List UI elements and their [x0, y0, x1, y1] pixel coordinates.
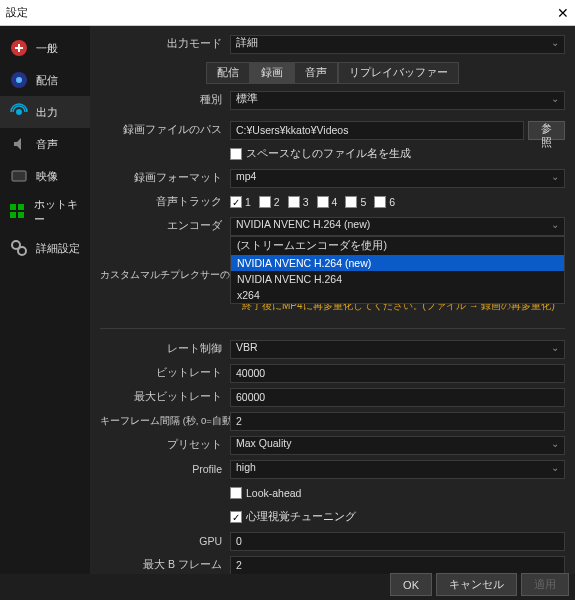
track-4-checkbox[interactable] — [317, 196, 329, 208]
recpath-input[interactable] — [230, 121, 524, 140]
recpath-label: 録画ファイルのパス — [100, 123, 230, 137]
svg-rect-6 — [18, 204, 24, 210]
bitrate-label: ビットレート — [100, 366, 230, 380]
sidebar-item-video[interactable]: 映像 — [0, 160, 90, 192]
sidebar: 一般 配信 出力 音声 映像 ホットキー 詳細設定 — [0, 26, 90, 574]
svg-point-2 — [16, 77, 22, 83]
keyframe-input[interactable] — [230, 412, 565, 431]
track-6-checkbox[interactable] — [374, 196, 386, 208]
stream-icon — [8, 69, 30, 91]
output-mode-label: 出力モード — [100, 37, 230, 51]
tab-stream[interactable]: 配信 — [206, 62, 250, 84]
svg-rect-5 — [10, 204, 16, 210]
ratecontrol-select[interactable]: VBR — [230, 340, 565, 359]
lookahead-checkbox[interactable] — [230, 487, 242, 499]
type-label: 種別 — [100, 93, 230, 107]
encoder-option[interactable]: NVIDIA NVENC H.264 — [231, 271, 564, 287]
tab-audio[interactable]: 音声 — [294, 62, 338, 84]
nospace-checkbox[interactable] — [230, 148, 242, 160]
sidebar-item-general[interactable]: 一般 — [0, 32, 90, 64]
gear-icon — [8, 237, 30, 259]
sidebar-item-label: 詳細設定 — [36, 241, 80, 256]
close-icon[interactable]: ✕ — [557, 5, 569, 21]
browse-button[interactable]: 参照 — [528, 121, 565, 140]
bframes-input[interactable] — [230, 556, 565, 575]
track-1-checkbox[interactable] — [230, 196, 242, 208]
video-icon — [8, 165, 30, 187]
maxbitrate-label: 最大ビットレート — [100, 390, 230, 404]
svg-rect-7 — [10, 212, 16, 218]
sidebar-item-hotkey[interactable]: ホットキー — [0, 192, 90, 232]
window-title: 設定 — [6, 5, 28, 20]
titlebar: 設定 ✕ — [0, 0, 575, 26]
sidebar-item-label: 配信 — [36, 73, 58, 88]
lookahead-label: Look-ahead — [246, 487, 301, 499]
profile-label: Profile — [100, 463, 230, 475]
cancel-button[interactable]: キャンセル — [436, 573, 517, 596]
preset-select[interactable]: Max Quality — [230, 436, 565, 455]
svg-rect-8 — [18, 212, 24, 218]
ratecontrol-label: レート制御 — [100, 342, 230, 356]
type-select[interactable]: 標準 — [230, 91, 565, 110]
psytuning-label: 心理視覚チューニング — [246, 510, 356, 524]
sidebar-item-label: 音声 — [36, 137, 58, 152]
encoder-option[interactable]: (ストリームエンコーダを使用) — [231, 237, 564, 255]
encoder-label: エンコーダ — [100, 219, 230, 233]
muxer-label: カスタムマルチプレクサーの設定 — [100, 269, 230, 282]
sidebar-item-advanced[interactable]: 詳細設定 — [0, 232, 90, 264]
content-panel: 出力モード 詳細 配信 録画 音声 リプレイバッファー 種別 標準 録画ファイル… — [90, 26, 575, 574]
output-icon — [8, 101, 30, 123]
dialog-buttons: OK キャンセル 適用 — [390, 573, 569, 596]
divider — [100, 328, 565, 329]
track-2-checkbox[interactable] — [259, 196, 271, 208]
ok-button[interactable]: OK — [390, 573, 432, 596]
sidebar-item-label: 映像 — [36, 169, 58, 184]
encoder-dropdown-list: (ストリームエンコーダを使用) NVIDIA NVENC H.264 (new)… — [230, 236, 565, 304]
sidebar-item-output[interactable]: 出力 — [0, 96, 90, 128]
audiotrack-label: 音声トラック — [100, 195, 230, 209]
tab-recording[interactable]: 録画 — [250, 62, 294, 84]
output-mode-select[interactable]: 詳細 — [230, 35, 565, 54]
profile-select[interactable]: high — [230, 460, 565, 479]
recformat-label: 録画フォーマット — [100, 171, 230, 185]
bframes-label: 最大 B フレーム — [100, 558, 230, 572]
psytuning-checkbox[interactable] — [230, 511, 242, 523]
hotkey-icon — [8, 201, 28, 223]
gpu-label: GPU — [100, 535, 230, 547]
sidebar-item-stream[interactable]: 配信 — [0, 64, 90, 96]
gpu-input[interactable] — [230, 532, 565, 551]
track-3-checkbox[interactable] — [288, 196, 300, 208]
bitrate-input[interactable] — [230, 364, 565, 383]
audio-icon — [8, 133, 30, 155]
tabs: 配信 録画 音声 リプレイバッファー — [100, 62, 565, 84]
svg-rect-4 — [12, 171, 26, 181]
track-5-checkbox[interactable] — [345, 196, 357, 208]
maxbitrate-input[interactable] — [230, 388, 565, 407]
encoder-option[interactable]: x264 — [231, 287, 564, 303]
preset-label: プリセット — [100, 438, 230, 452]
sidebar-item-label: ホットキー — [34, 197, 82, 227]
svg-point-10 — [18, 247, 26, 255]
sidebar-item-label: 出力 — [36, 105, 58, 120]
encoder-option[interactable]: NVIDIA NVENC H.264 (new) — [231, 255, 564, 271]
keyframe-label: キーフレーム間隔 (秒, 0=自動) — [100, 415, 230, 428]
general-icon — [8, 37, 30, 59]
sidebar-item-audio[interactable]: 音声 — [0, 128, 90, 160]
sidebar-item-label: 一般 — [36, 41, 58, 56]
tab-replay[interactable]: リプレイバッファー — [338, 62, 459, 84]
nospace-label: スペースなしのファイル名を生成 — [246, 147, 411, 161]
svg-point-3 — [16, 109, 22, 115]
encoder-select[interactable]: NVIDIA NVENC H.264 (new) — [230, 217, 565, 236]
recformat-select[interactable]: mp4 — [230, 169, 565, 188]
apply-button[interactable]: 適用 — [521, 573, 569, 596]
